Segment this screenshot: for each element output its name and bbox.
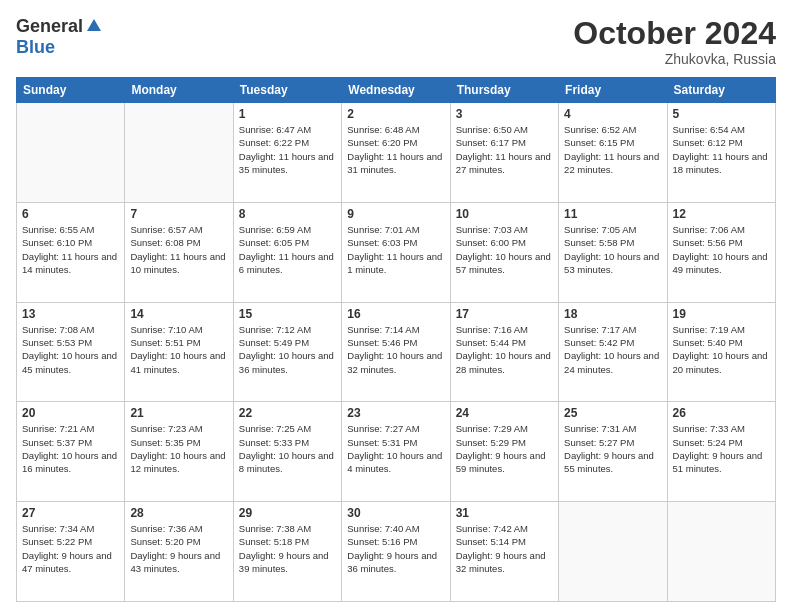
day-number: 17	[456, 307, 553, 321]
calendar-cell: 9Sunrise: 7:01 AM Sunset: 6:03 PM Daylig…	[342, 202, 450, 302]
calendar-cell: 1Sunrise: 6:47 AM Sunset: 6:22 PM Daylig…	[233, 103, 341, 203]
header: General Blue October 2024 Zhukovka, Russ…	[16, 16, 776, 67]
week-row-4: 20Sunrise: 7:21 AM Sunset: 5:37 PM Dayli…	[17, 402, 776, 502]
day-info: Sunrise: 7:34 AM Sunset: 5:22 PM Dayligh…	[22, 522, 119, 575]
day-info: Sunrise: 7:03 AM Sunset: 6:00 PM Dayligh…	[456, 223, 553, 276]
day-number: 7	[130, 207, 227, 221]
svg-marker-0	[87, 19, 101, 31]
day-info: Sunrise: 7:27 AM Sunset: 5:31 PM Dayligh…	[347, 422, 444, 475]
location-text: Zhukovka, Russia	[573, 51, 776, 67]
day-info: Sunrise: 7:14 AM Sunset: 5:46 PM Dayligh…	[347, 323, 444, 376]
day-info: Sunrise: 7:17 AM Sunset: 5:42 PM Dayligh…	[564, 323, 661, 376]
day-info: Sunrise: 6:48 AM Sunset: 6:20 PM Dayligh…	[347, 123, 444, 176]
day-info: Sunrise: 7:05 AM Sunset: 5:58 PM Dayligh…	[564, 223, 661, 276]
day-info: Sunrise: 6:52 AM Sunset: 6:15 PM Dayligh…	[564, 123, 661, 176]
calendar-cell: 7Sunrise: 6:57 AM Sunset: 6:08 PM Daylig…	[125, 202, 233, 302]
col-saturday: Saturday	[667, 78, 775, 103]
day-info: Sunrise: 7:29 AM Sunset: 5:29 PM Dayligh…	[456, 422, 553, 475]
day-info: Sunrise: 7:40 AM Sunset: 5:16 PM Dayligh…	[347, 522, 444, 575]
calendar-cell: 21Sunrise: 7:23 AM Sunset: 5:35 PM Dayli…	[125, 402, 233, 502]
week-row-2: 6Sunrise: 6:55 AM Sunset: 6:10 PM Daylig…	[17, 202, 776, 302]
day-number: 19	[673, 307, 770, 321]
day-number: 8	[239, 207, 336, 221]
calendar-cell: 30Sunrise: 7:40 AM Sunset: 5:16 PM Dayli…	[342, 502, 450, 602]
calendar-cell	[559, 502, 667, 602]
calendar-header-row: Sunday Monday Tuesday Wednesday Thursday…	[17, 78, 776, 103]
col-wednesday: Wednesday	[342, 78, 450, 103]
calendar-page: General Blue October 2024 Zhukovka, Russ…	[0, 0, 792, 612]
calendar-cell: 19Sunrise: 7:19 AM Sunset: 5:40 PM Dayli…	[667, 302, 775, 402]
day-number: 3	[456, 107, 553, 121]
day-number: 31	[456, 506, 553, 520]
day-number: 1	[239, 107, 336, 121]
day-number: 16	[347, 307, 444, 321]
day-info: Sunrise: 7:21 AM Sunset: 5:37 PM Dayligh…	[22, 422, 119, 475]
day-info: Sunrise: 6:55 AM Sunset: 6:10 PM Dayligh…	[22, 223, 119, 276]
calendar-cell: 13Sunrise: 7:08 AM Sunset: 5:53 PM Dayli…	[17, 302, 125, 402]
calendar-cell: 15Sunrise: 7:12 AM Sunset: 5:49 PM Dayli…	[233, 302, 341, 402]
day-number: 25	[564, 406, 661, 420]
day-info: Sunrise: 7:33 AM Sunset: 5:24 PM Dayligh…	[673, 422, 770, 475]
calendar-cell: 22Sunrise: 7:25 AM Sunset: 5:33 PM Dayli…	[233, 402, 341, 502]
calendar-cell	[125, 103, 233, 203]
day-number: 6	[22, 207, 119, 221]
day-number: 28	[130, 506, 227, 520]
calendar-cell: 5Sunrise: 6:54 AM Sunset: 6:12 PM Daylig…	[667, 103, 775, 203]
day-info: Sunrise: 6:47 AM Sunset: 6:22 PM Dayligh…	[239, 123, 336, 176]
day-info: Sunrise: 7:19 AM Sunset: 5:40 PM Dayligh…	[673, 323, 770, 376]
day-info: Sunrise: 6:54 AM Sunset: 6:12 PM Dayligh…	[673, 123, 770, 176]
calendar-cell: 25Sunrise: 7:31 AM Sunset: 5:27 PM Dayli…	[559, 402, 667, 502]
calendar-cell: 3Sunrise: 6:50 AM Sunset: 6:17 PM Daylig…	[450, 103, 558, 203]
calendar-cell: 17Sunrise: 7:16 AM Sunset: 5:44 PM Dayli…	[450, 302, 558, 402]
col-sunday: Sunday	[17, 78, 125, 103]
day-number: 27	[22, 506, 119, 520]
day-number: 14	[130, 307, 227, 321]
day-info: Sunrise: 7:12 AM Sunset: 5:49 PM Dayligh…	[239, 323, 336, 376]
day-number: 18	[564, 307, 661, 321]
day-number: 12	[673, 207, 770, 221]
day-info: Sunrise: 7:25 AM Sunset: 5:33 PM Dayligh…	[239, 422, 336, 475]
calendar-cell: 28Sunrise: 7:36 AM Sunset: 5:20 PM Dayli…	[125, 502, 233, 602]
calendar-cell	[17, 103, 125, 203]
logo-icon	[85, 17, 103, 35]
day-number: 23	[347, 406, 444, 420]
calendar-cell: 11Sunrise: 7:05 AM Sunset: 5:58 PM Dayli…	[559, 202, 667, 302]
day-number: 21	[130, 406, 227, 420]
day-info: Sunrise: 7:38 AM Sunset: 5:18 PM Dayligh…	[239, 522, 336, 575]
calendar-cell: 12Sunrise: 7:06 AM Sunset: 5:56 PM Dayli…	[667, 202, 775, 302]
day-info: Sunrise: 7:10 AM Sunset: 5:51 PM Dayligh…	[130, 323, 227, 376]
logo-blue-text: Blue	[16, 37, 55, 57]
col-friday: Friday	[559, 78, 667, 103]
calendar-cell: 10Sunrise: 7:03 AM Sunset: 6:00 PM Dayli…	[450, 202, 558, 302]
day-info: Sunrise: 7:06 AM Sunset: 5:56 PM Dayligh…	[673, 223, 770, 276]
day-number: 22	[239, 406, 336, 420]
day-number: 26	[673, 406, 770, 420]
day-info: Sunrise: 7:16 AM Sunset: 5:44 PM Dayligh…	[456, 323, 553, 376]
day-info: Sunrise: 6:50 AM Sunset: 6:17 PM Dayligh…	[456, 123, 553, 176]
day-number: 30	[347, 506, 444, 520]
calendar-table: Sunday Monday Tuesday Wednesday Thursday…	[16, 77, 776, 602]
day-info: Sunrise: 6:59 AM Sunset: 6:05 PM Dayligh…	[239, 223, 336, 276]
col-thursday: Thursday	[450, 78, 558, 103]
day-number: 4	[564, 107, 661, 121]
day-number: 15	[239, 307, 336, 321]
calendar-cell: 20Sunrise: 7:21 AM Sunset: 5:37 PM Dayli…	[17, 402, 125, 502]
calendar-cell: 8Sunrise: 6:59 AM Sunset: 6:05 PM Daylig…	[233, 202, 341, 302]
calendar-cell: 27Sunrise: 7:34 AM Sunset: 5:22 PM Dayli…	[17, 502, 125, 602]
calendar-cell: 6Sunrise: 6:55 AM Sunset: 6:10 PM Daylig…	[17, 202, 125, 302]
day-number: 10	[456, 207, 553, 221]
day-info: Sunrise: 7:36 AM Sunset: 5:20 PM Dayligh…	[130, 522, 227, 575]
col-monday: Monday	[125, 78, 233, 103]
calendar-cell: 31Sunrise: 7:42 AM Sunset: 5:14 PM Dayli…	[450, 502, 558, 602]
calendar-cell: 26Sunrise: 7:33 AM Sunset: 5:24 PM Dayli…	[667, 402, 775, 502]
calendar-cell: 14Sunrise: 7:10 AM Sunset: 5:51 PM Dayli…	[125, 302, 233, 402]
day-number: 29	[239, 506, 336, 520]
calendar-cell	[667, 502, 775, 602]
calendar-cell: 29Sunrise: 7:38 AM Sunset: 5:18 PM Dayli…	[233, 502, 341, 602]
week-row-5: 27Sunrise: 7:34 AM Sunset: 5:22 PM Dayli…	[17, 502, 776, 602]
month-year-title: October 2024	[573, 16, 776, 51]
logo-general-text: General	[16, 16, 83, 37]
calendar-cell: 24Sunrise: 7:29 AM Sunset: 5:29 PM Dayli…	[450, 402, 558, 502]
title-block: October 2024 Zhukovka, Russia	[573, 16, 776, 67]
day-info: Sunrise: 7:42 AM Sunset: 5:14 PM Dayligh…	[456, 522, 553, 575]
